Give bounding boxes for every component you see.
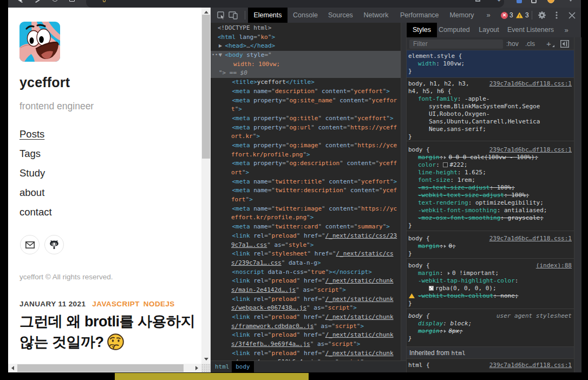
css-declaration[interactable]: margin:0;	[407, 243, 574, 250]
dom-tree-node[interactable]: ▶<head>…</head>	[211, 42, 401, 51]
css-declaration[interactable]: }	[407, 335, 574, 343]
dom-tree-node[interactable]: <link rel="preload" href="/_next/static/…	[211, 232, 401, 241]
nav-item-posts[interactable]: Posts	[19, 128, 44, 140]
dom-tree-node[interactable]: t">	[211, 105, 401, 114]
dom-tree-node[interactable]: <link rel="stylesheet" href="/_next/stat…	[211, 250, 401, 259]
menu-caret-icon[interactable]	[569, 0, 572, 2]
inspect-element-icon[interactable]	[217, 11, 225, 22]
dom-tree-node[interactable]: <meta property="og:url" content="https:/…	[211, 123, 401, 133]
scroll-down-button[interactable]	[201, 355, 211, 364]
mail-link[interactable]	[20, 235, 40, 254]
forward-icon[interactable]	[35, 0, 40, 3]
devtools-tab-sources[interactable]: Sources	[328, 8, 352, 23]
close-devtools-icon[interactable]	[569, 11, 576, 21]
css-declaration[interactable]: }	[407, 222, 574, 230]
dom-tree-node[interactable]: fort">	[211, 195, 401, 205]
devtools-tab-memory[interactable]: Memory	[448, 8, 475, 23]
github-link[interactable]	[44, 235, 64, 254]
node-options-dots-icon[interactable]: •••	[212, 51, 221, 59]
new-rule-button[interactable]: +	[546, 37, 551, 50]
dom-tree-node[interactable]: <meta name="twitter:title" content="ycef…	[211, 178, 401, 187]
css-declaration[interactable]: display: block;	[407, 320, 574, 327]
css-declaration[interactable]: body {239c7a1d6bc…df118.css:1	[407, 146, 574, 154]
settings-gear-icon[interactable]	[538, 11, 546, 22]
dom-tree-node[interactable]: <link rel="preload" href="/_next/static/…	[211, 349, 401, 358]
warning-count[interactable]: 3	[525, 8, 529, 23]
dom-tree-node[interactable]: s/239c7a1….css" data-n-g>	[211, 259, 401, 268]
css-declaration[interactable]: color: #222;	[407, 161, 574, 169]
css-declaration[interactable]: margin:8px;	[407, 327, 574, 335]
expand-arrow-closed-icon[interactable]: ▶	[219, 42, 224, 51]
profile-avatar[interactable]	[547, 0, 554, 3]
dom-tree-node[interactable]: <meta property="og:site_name" content="y…	[211, 96, 401, 106]
toggle-sidebar-icon[interactable]	[560, 40, 569, 50]
star-icon[interactable]: ✦	[496, 0, 501, 3]
nav-item-tags[interactable]: Tags	[19, 148, 41, 160]
css-declaration[interactable]: font-size: 1rem;	[407, 176, 574, 184]
css-declaration[interactable]: -webkit-text-size-adjust: 100%;	[407, 192, 574, 199]
css-declaration[interactable]: }	[407, 68, 574, 75]
dom-tree-node[interactable]: ffort.kr/profile.png">	[211, 150, 401, 160]
dom-tree-node[interactable]: <html lang="ko">	[211, 33, 401, 42]
vertical-scroll-thumb[interactable]	[202, 15, 210, 159]
breadcrumb-html[interactable]: html	[215, 361, 230, 372]
css-declaration[interactable]: body {239c7a1d6bc…df118.css:1	[407, 235, 574, 243]
stylesheet-source-link[interactable]: 239c7a1d6bc…df118.css:1	[489, 235, 572, 243]
css-declaration[interactable]: h4, h5, h6 {	[407, 88, 574, 95]
css-declaration[interactable]: UI,Roboto,Oxygen-	[407, 110, 574, 118]
address-bar[interactable]	[86, 0, 504, 8]
dom-tree-node[interactable]: ort.kr">	[211, 132, 401, 141]
page-horizontal-scrollbar[interactable]	[8, 364, 201, 372]
dom-tree-node[interactable]: <link rel="preload" href="/_next/static/…	[211, 277, 401, 286]
chevron-double-right-icon[interactable]: »	[481, 8, 495, 23]
dom-tree-node[interactable]: ▼•••<body style="	[211, 51, 401, 60]
filter-input[interactable]: Filter	[409, 40, 503, 49]
sidebar-tab-computed[interactable]: Computed	[439, 23, 469, 37]
dom-tree-node[interactable]: <!DOCTYPE html>	[211, 24, 401, 33]
styles-scrollbar[interactable]	[574, 37, 582, 372]
devtools-tab-elements[interactable]: Elements	[248, 8, 288, 23]
dom-tree-node[interactable]: <meta name="description" content="yceffo…	[211, 87, 401, 96]
css-declaration[interactable]: font-family: -apple-	[407, 95, 574, 103]
extensions-icon[interactable]	[531, 0, 537, 3]
post-title-link[interactable]: 그런데 왜 brotli를 사용하지 않는 것일까?	[19, 312, 206, 352]
css-declaration[interactable]: }	[407, 300, 574, 307]
dom-tree-node[interactable]: <meta property="og:image" content="https…	[211, 141, 401, 150]
css-declaration[interactable]: Sans,Ubuntu,Cantarell,Helvetica	[407, 118, 574, 126]
avatar[interactable]	[19, 22, 60, 62]
error-badge-icon[interactable]: ✕	[501, 12, 508, 19]
bookmark-bar-icon[interactable]	[475, 0, 480, 2]
extension-icon[interactable]	[517, 0, 522, 3]
css-declaration[interactable]: -webkit-font-smoothing: antialiased;	[407, 207, 574, 214]
error-count[interactable]: 3	[509, 8, 513, 23]
dom-tree-node[interactable]: s/framework.cdbdac0….js" as="script">	[211, 322, 401, 331]
dom-tree-node[interactable]: <noscript data-n-css="true"></noscript>	[211, 268, 401, 277]
stylesheet-source-link[interactable]: 239c7a1d6bc…df118.css:1	[489, 80, 572, 88]
css-declaration[interactable]: Neue,sans-serif;	[407, 126, 574, 133]
css-declaration[interactable]: html {239c7a1d6bc…df118.css:1	[407, 362, 574, 369]
dom-tree-node[interactable]: <meta name="twitter:description" content…	[211, 186, 401, 195]
css-declaration[interactable]: system,BlinkMacSystemFont,Segoe	[407, 103, 574, 110]
dom-tree-node[interactable]: s/main-2e4142d….js" as="script">	[211, 286, 401, 295]
nav-item-study[interactable]: Study	[19, 167, 45, 179]
dom-tree-node[interactable]: <link rel="preload" href="/_next/static/…	[211, 313, 401, 322]
css-declaration[interactable]: -webkit-tap-highlight-color:	[407, 277, 574, 285]
devtools-tab-network[interactable]: Network	[363, 8, 389, 23]
devtools-tab-performance[interactable]: Performance	[400, 8, 438, 23]
sidebar-tab-styles[interactable]: Styles	[407, 23, 437, 37]
sidebar-tab-event-listeners[interactable]: Event Listeners	[506, 23, 556, 37]
css-declaration[interactable]: width: 100vw;	[407, 60, 574, 68]
dom-tree-scrollbar[interactable]	[401, 23, 406, 361]
dom-tree-node[interactable]: "> == $0	[211, 69, 401, 78]
warning-badge-icon[interactable]: !	[516, 12, 523, 18]
stylesheet-source-link[interactable]: 239c7a1d6bc…df118.css:1	[489, 362, 572, 369]
css-declaration[interactable]: margin:0 0 0 calc(100vw - 100%);	[407, 154, 574, 161]
post-tag[interactable]: NODEJS	[143, 300, 175, 308]
dom-tree-node[interactable]: s/webpack-e067438….js" as="script">	[211, 304, 401, 313]
stylesheet-source-link[interactable]: (index):88	[536, 262, 572, 270]
css-declaration[interactable]: line-height: 1.625;	[407, 169, 574, 176]
class-toggle[interactable]: .cls	[525, 37, 535, 50]
post-tag[interactable]: JAVASCRIPT	[92, 300, 140, 308]
page-vertical-scrollbar[interactable]	[201, 8, 211, 364]
css-declaration[interactable]: }	[407, 250, 574, 258]
